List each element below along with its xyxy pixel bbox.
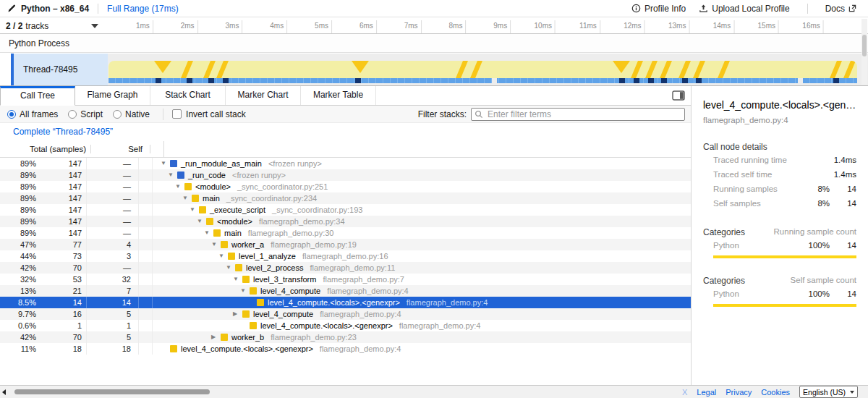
tracks-dropdown[interactable]: 2 / 2 tracks [0,18,109,34]
python-frame-icon [170,345,177,352]
expander-icon[interactable]: ▼ [225,262,235,274]
expander-icon[interactable]: ▼ [196,216,206,227]
table-row[interactable]: 42%705▶worker_bflamegraph_demo.py:23 [0,331,691,343]
track-python-process[interactable]: Python Process [0,34,868,53]
table-row[interactable]: 8.5%1414level_4_compute.<locals>.<genexp… [0,297,691,308]
radio-all-frames[interactable]: All frames [7,109,58,119]
tab-stack-chart[interactable]: Stack Chart [150,86,226,105]
python-frame-icon [257,299,264,306]
table-row[interactable]: 89%147—▼_run_code<frozen runpy> [0,169,691,181]
footer-link-legal[interactable]: Legal [697,388,716,397]
upload-profile-button[interactable]: Upload Local Profile [694,4,793,14]
footer-link-cookies[interactable]: Cookies [761,388,790,397]
table-row[interactable]: 89%147—▼main_sync_coordinator.py:234 [0,192,691,204]
python-frame-icon [235,264,242,271]
table-row[interactable]: 32%5332▼level_3_transformflamegraph_demo… [0,274,691,285]
python-frame-icon [221,241,228,248]
track-thread[interactable]: Thread-78495 [0,54,868,86]
table-row[interactable]: 89%147—▼<module>_sync_coordinator.py:251 [0,181,691,192]
invert-call-stack-checkbox[interactable]: Invert call stack [172,109,246,119]
table-row[interactable]: 42%70—▼level_2_processflamegraph_demo.py… [0,262,691,274]
frame-name: level_4_compute.<locals>.<genexpr> [260,320,393,331]
expander-icon[interactable]: ▼ [189,204,199,216]
table-row[interactable]: 89%147—▼_execute_script_sync_coordinator… [0,204,691,216]
total-percent-cell: 9.7% [0,308,36,320]
section-heading: CategoriesRunning sample count [703,227,856,237]
spacer-cell [139,158,153,169]
table-row[interactable]: 9.7%165▶level_4_computeflamegraph_demo.p… [0,308,691,320]
frame-name: level_4_compute.<locals>.<genexpr> [181,343,313,355]
expander-icon[interactable]: ▼ [160,158,170,169]
table-row[interactable]: 44%733▼level_1_analyzeflamegraph_demo.py… [0,250,691,262]
activity-graph[interactable] [109,61,857,83]
expander-icon[interactable]: ▼ [218,250,228,262]
frame-location: flamegraph_demo.py:4 [407,297,488,308]
self-samples-cell: 4 [87,239,139,250]
radio-icon [68,110,77,119]
table-row[interactable]: 89%147—▼_run_module_as_main<frozen runpy… [0,158,691,169]
expander-icon[interactable]: ▼ [174,181,184,192]
radio-script[interactable]: Script [68,109,103,119]
total-samples-cell: 21 [36,285,87,297]
expander-icon[interactable]: ▼ [182,192,192,204]
ruler-tick: 12ms [624,20,644,33]
header-actions: Profile Info Upload Local Profile Docs [627,4,861,14]
divider [98,4,98,14]
spacer-cell [139,274,153,285]
horizontal-scrollbar-thumb[interactable] [14,389,210,394]
profile-info-button[interactable]: Profile Info [627,4,690,14]
stat-row: Python100%14 [703,287,856,300]
spacer-cell [139,239,153,250]
sample-marker [187,78,192,83]
stat-value: 14 [830,185,856,193]
tab-call-tree[interactable]: Call Tree [0,86,75,106]
radio-native[interactable]: Native [113,109,150,119]
stat-value: 14 [830,241,856,250]
frame-cell: ▼level_4_computeflamegraph_demo.py:4 [153,285,691,297]
self-samples-cell: — [87,227,139,239]
scroll-left-arrow-icon[interactable] [2,389,6,395]
sidebar-section: CategoriesRunning sample countPython100%… [703,227,856,258]
timeline-ruler: 2 / 2 tracks 1ms2ms3ms4ms5ms6ms7ms8ms9ms… [0,18,868,34]
filter-stacks-input[interactable] [471,108,685,121]
column-header-self[interactable]: Self [91,145,150,153]
frame-location: flamegraph_demo.py:19 [271,239,357,250]
expander-icon[interactable]: ▶ [232,308,242,320]
total-samples-cell: 18 [36,343,87,355]
expander-icon[interactable]: ▼ [239,285,250,297]
tracks-scrollbar[interactable] [861,19,867,85]
stat-percent: 100% [798,241,830,250]
table-row[interactable]: 47%774▼worker_aflamegraph_demo.py:19 [0,239,691,250]
frame-cell: ▼<module>flamegraph_demo.py:34 [153,216,691,227]
table-row[interactable]: 13%217▼level_4_computeflamegraph_demo.py… [0,285,691,297]
footer-link-privacy[interactable]: Privacy [726,388,752,397]
spacer-cell [139,297,153,308]
docs-link[interactable]: Docs [821,4,861,14]
tab-flame-graph[interactable]: Flame Graph [75,86,150,105]
scrollbar-thumb[interactable] [862,35,867,56]
language-select[interactable]: English (US) [799,386,858,398]
tab-marker-table[interactable]: Marker Table [301,86,376,105]
complete-thread-link[interactable]: Complete “Thread-78495” [13,127,113,137]
ruler-tick: 7ms [404,20,422,33]
table-row[interactable]: 0.6%11level_4_compute.<locals>.<genexpr>… [0,320,691,331]
sidebar-toggle-button[interactable] [672,90,685,101]
self-samples-cell: 18 [87,343,139,355]
expander-icon[interactable]: ▼ [203,227,213,239]
expander-icon[interactable]: ▼ [232,274,242,285]
pencil-icon[interactable] [7,4,17,13]
total-samples-cell: 70 [36,331,87,343]
full-range-link[interactable]: Full Range (17ms) [107,4,179,14]
total-percent-cell: 42% [0,331,36,343]
self-samples-cell: — [87,216,139,227]
expander-icon[interactable]: ▼ [210,239,221,250]
tab-marker-chart[interactable]: Marker Chart [226,86,301,105]
footer-link-x[interactable]: X [682,388,687,397]
table-row[interactable]: 89%147—▼<module>flamegraph_demo.py:34 [0,216,691,227]
column-header-total[interactable]: Total (samples) [0,145,91,153]
expander-icon[interactable]: ▼ [167,169,177,181]
expander-icon[interactable]: ▶ [210,331,221,343]
thread-label[interactable]: Thread-78495 [14,54,108,85]
table-row[interactable]: 11%1818level_4_compute.<locals>.<genexpr… [0,343,691,355]
table-row[interactable]: 89%147—▼mainflamegraph_demo.py:30 [0,227,691,239]
